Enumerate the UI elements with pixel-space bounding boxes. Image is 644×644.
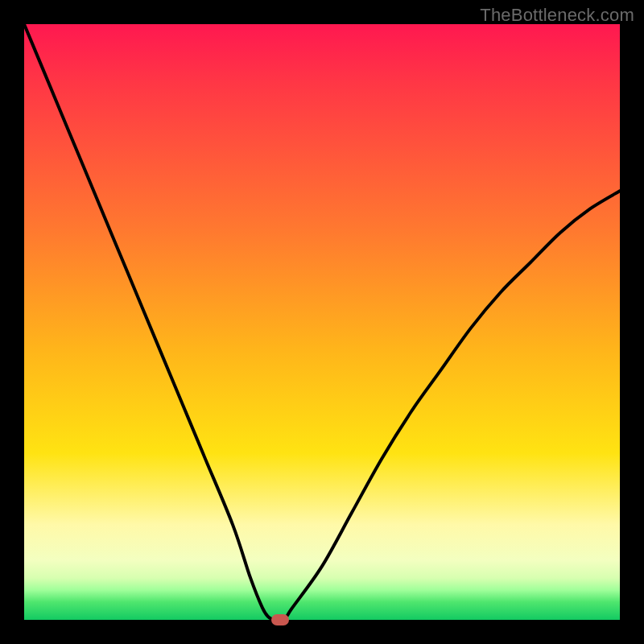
bottleneck-curve [24,24,620,620]
watermark-text: TheBottleneck.com [480,5,634,26]
chart-frame: TheBottleneck.com [0,0,644,644]
plot-area [24,24,620,620]
optimum-marker [271,614,289,625]
